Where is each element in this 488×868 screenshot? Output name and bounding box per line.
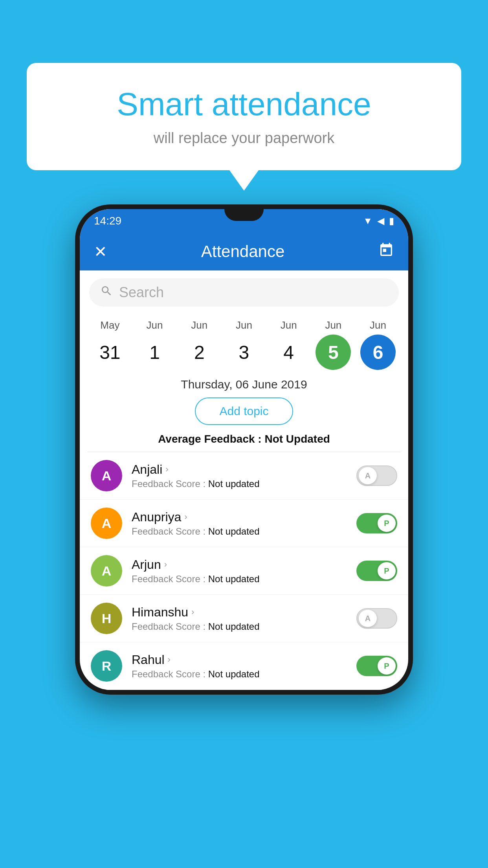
toggle-knob: A	[359, 467, 377, 484]
toggle-knob: P	[378, 562, 396, 579]
cal-month-label: Jun	[236, 319, 252, 331]
selected-date-label: Thursday, 06 June 2019	[80, 378, 408, 391]
search-placeholder: Search	[119, 284, 164, 301]
phone-notch	[224, 204, 264, 221]
phone-outer: 14:29 ▼ ◀ ▮ ✕ Attendance	[75, 204, 413, 695]
chevron-icon: ›	[164, 559, 167, 570]
feedback-score: Feedback Score : Not updated	[132, 574, 347, 585]
calendar-day[interactable]: Jun6	[358, 319, 398, 370]
wifi-icon: ▼	[363, 215, 372, 226]
search-bar[interactable]: Search	[89, 278, 399, 307]
signal-icon: ◀	[377, 215, 384, 226]
status-time: 14:29	[94, 215, 121, 227]
avg-feedback-value: Not Updated	[264, 433, 330, 445]
toggle-knob: P	[378, 515, 396, 532]
feedback-score: Feedback Score : Not updated	[132, 526, 347, 537]
search-icon	[100, 285, 113, 300]
chevron-icon: ›	[191, 607, 194, 617]
bubble-title: Smart attendance	[58, 86, 430, 122]
cal-month-label: Jun	[281, 319, 297, 331]
feedback-score: Feedback Score : Not updated	[132, 621, 347, 632]
avatar: A	[91, 508, 122, 539]
student-name: Rahul ›	[132, 653, 347, 667]
student-row[interactable]: AAnupriya ›Feedback Score : Not updatedP	[80, 500, 408, 547]
attendance-toggle[interactable]: A	[356, 608, 397, 629]
student-name: Anupriya ›	[132, 510, 347, 524]
calendar-day[interactable]: Jun2	[180, 319, 219, 370]
cal-date-number: 2	[182, 335, 217, 370]
phone-container: 14:29 ▼ ◀ ▮ ✕ Attendance	[75, 204, 413, 695]
cal-date-number: 1	[137, 335, 172, 370]
attendance-toggle[interactable]: A	[356, 465, 397, 486]
student-row[interactable]: AArjun ›Feedback Score : Not updatedP	[80, 547, 408, 595]
cal-date-number: 4	[271, 335, 306, 370]
student-name: Arjun ›	[132, 557, 347, 572]
calendar-day[interactable]: Jun3	[224, 319, 264, 370]
student-info: Himanshu ›Feedback Score : Not updated	[132, 605, 347, 632]
student-list: AAnjali ›Feedback Score : Not updatedAAA…	[80, 452, 408, 690]
cal-month-label: Jun	[147, 319, 163, 331]
chevron-icon: ›	[165, 464, 168, 474]
phone-inner: 14:29 ▼ ◀ ▮ ✕ Attendance	[80, 209, 408, 690]
avatar: A	[91, 460, 122, 491]
cal-date-number: 31	[92, 335, 128, 370]
toggle-knob: A	[359, 610, 377, 627]
chevron-icon: ›	[184, 512, 187, 522]
calendar-day[interactable]: Jun4	[269, 319, 308, 370]
battery-icon: ▮	[389, 215, 394, 226]
calendar-day[interactable]: May31	[90, 319, 130, 370]
app-bar-title: Attendance	[201, 242, 285, 261]
cal-date-number: 3	[226, 335, 262, 370]
student-row[interactable]: AAnjali ›Feedback Score : Not updatedA	[80, 452, 408, 500]
student-row[interactable]: HHimanshu ›Feedback Score : Not updatedA	[80, 595, 408, 642]
student-info: Anupriya ›Feedback Score : Not updated	[132, 510, 347, 537]
close-icon[interactable]: ✕	[94, 243, 107, 261]
cal-month-label: Jun	[370, 319, 386, 331]
cal-month-label: May	[100, 319, 119, 331]
student-row[interactable]: RRahul ›Feedback Score : Not updatedP	[80, 642, 408, 690]
avg-feedback-label: Average Feedback :	[158, 433, 262, 445]
bubble-subtitle: will replace your paperwork	[58, 130, 430, 147]
cal-month-label: Jun	[325, 319, 341, 331]
attendance-toggle[interactable]: P	[356, 513, 397, 533]
feedback-score: Feedback Score : Not updated	[132, 669, 347, 680]
speech-bubble-container: Smart attendance will replace your paper…	[27, 63, 461, 170]
calendar-day[interactable]: Jun1	[135, 319, 174, 370]
avatar: A	[91, 555, 122, 587]
cal-date-number: 5	[316, 335, 351, 370]
calendar-day[interactable]: Jun5	[314, 319, 353, 370]
calendar-icon[interactable]	[378, 242, 394, 261]
chevron-icon: ›	[168, 655, 171, 665]
student-info: Rahul ›Feedback Score : Not updated	[132, 653, 347, 680]
toggle-knob: P	[378, 657, 396, 675]
attendance-toggle[interactable]: P	[356, 561, 397, 581]
student-info: Arjun ›Feedback Score : Not updated	[132, 557, 347, 585]
add-topic-button[interactable]: Add topic	[195, 397, 293, 425]
cal-date-number: 6	[360, 335, 396, 370]
feedback-score: Feedback Score : Not updated	[132, 478, 347, 489]
cal-month-label: Jun	[191, 319, 207, 331]
student-name: Anjali ›	[132, 462, 347, 477]
avatar: H	[91, 603, 122, 634]
attendance-toggle[interactable]: P	[356, 656, 397, 676]
app-bar: ✕ Attendance	[80, 233, 408, 270]
avg-feedback: Average Feedback : Not Updated	[80, 433, 408, 445]
calendar-row: May31Jun1Jun2Jun3Jun4Jun5Jun6	[80, 313, 408, 370]
avatar: R	[91, 650, 122, 682]
status-icons: ▼ ◀ ▮	[363, 215, 394, 226]
student-info: Anjali ›Feedback Score : Not updated	[132, 462, 347, 489]
speech-bubble: Smart attendance will replace your paper…	[27, 63, 461, 170]
student-name: Himanshu ›	[132, 605, 347, 620]
